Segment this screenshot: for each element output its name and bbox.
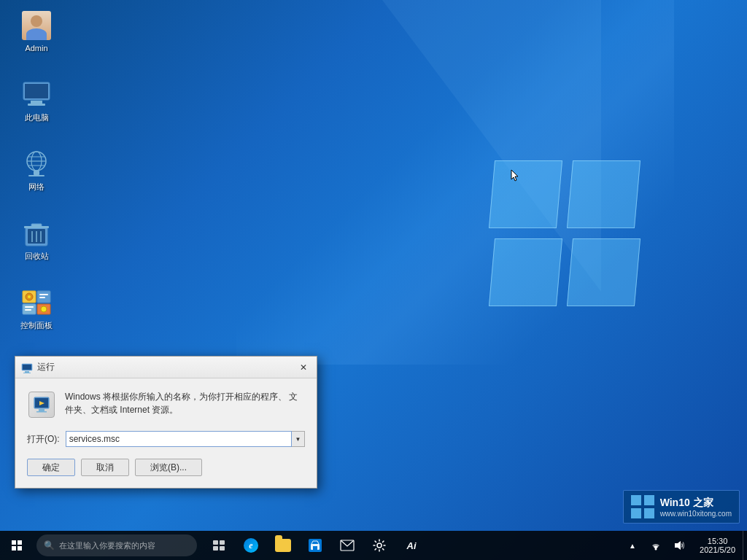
run-dialog-icon xyxy=(21,362,33,373)
start-icon-pane-tr xyxy=(18,540,22,545)
edge-icon: e xyxy=(244,538,258,553)
show-desktop-button[interactable] xyxy=(743,531,747,560)
taskbar-search-icon: 🔍 xyxy=(44,540,55,551)
clock-date: 2021/5/20 xyxy=(700,545,735,554)
admin-label: Admin xyxy=(25,44,47,53)
system-tray-icons: ▲ xyxy=(619,531,692,560)
win10-logo xyxy=(631,495,654,518)
svg-rect-26 xyxy=(25,309,31,311)
dialog-input-row: 打开(O): ▼ xyxy=(27,431,305,447)
start-windows-icon xyxy=(12,540,22,551)
desktop-icon-this-pc[interactable]: 此电脑 xyxy=(11,77,62,125)
win10-text: Win10 之家 www.win10xitong.com xyxy=(660,497,732,518)
network-tray-icon[interactable] xyxy=(646,531,666,560)
run-ok-button[interactable]: 确定 xyxy=(27,459,75,476)
this-pc-icon xyxy=(21,79,52,110)
clock-area[interactable]: 15:30 2021/5/20 xyxy=(692,531,743,560)
desktop-icon-network[interactable]: 网络 xyxy=(11,146,62,195)
network-icon xyxy=(21,149,52,179)
dialog-open-label: 打开(O): xyxy=(27,433,60,446)
svg-rect-35 xyxy=(39,409,44,411)
ai-label: Ai xyxy=(407,540,417,551)
logo-pane-bl xyxy=(489,238,562,306)
dialog-button-area: 确定 取消 浏览(B)... xyxy=(27,459,305,476)
task-view-button[interactable] xyxy=(203,531,235,560)
svg-rect-43 xyxy=(313,546,317,550)
svg-rect-39 xyxy=(220,540,225,545)
svg-rect-9 xyxy=(34,171,39,175)
win10-site-title: Win10 之家 xyxy=(660,497,732,510)
taskbar: 🔍 在这里输入你要搜索的内容 e xyxy=(0,531,747,560)
windows-logo xyxy=(492,160,638,306)
file-explorer-button[interactable] xyxy=(267,531,299,560)
svg-rect-10 xyxy=(28,175,44,176)
show-hidden-icons-button[interactable]: ▲ xyxy=(622,531,643,560)
svg-rect-31 xyxy=(25,371,29,373)
start-icon-pane-br xyxy=(18,546,22,551)
store-button[interactable] xyxy=(299,531,331,560)
clock-time: 15:30 xyxy=(708,537,728,545)
svg-rect-38 xyxy=(213,540,218,545)
svg-point-20 xyxy=(28,295,31,298)
desktop: Admin 此电脑 网络 xyxy=(0,0,747,560)
svg-rect-23 xyxy=(39,297,45,298)
svg-rect-41 xyxy=(220,546,225,551)
taskbar-search-bar[interactable]: 🔍 在这里输入你要搜索的内容 xyxy=(36,534,197,556)
dialog-titlebar: 运行 ✕ xyxy=(15,357,317,378)
logo-pane-tl xyxy=(489,160,562,228)
ai-button[interactable]: Ai xyxy=(395,531,427,560)
start-icon-pane-tl xyxy=(12,540,16,545)
taskbar-search-placeholder: 在这里输入你要搜索的内容 xyxy=(59,540,155,551)
store-icon xyxy=(309,539,322,552)
dialog-title: 运行 xyxy=(37,361,296,373)
desktop-icon-control-panel[interactable]: 控制面板 xyxy=(11,284,62,333)
admin-icon xyxy=(21,10,52,41)
svg-marker-47 xyxy=(675,541,681,550)
svg-rect-22 xyxy=(39,294,48,295)
taskbar-tray: ▲ xyxy=(619,531,747,560)
desktop-icon-admin[interactable]: Admin xyxy=(11,7,62,56)
mail-button[interactable] xyxy=(331,531,363,560)
recycle-icon xyxy=(21,218,52,249)
run-dialog: 运行 ✕ Windows 将根据你所输入的名称，为你打开 xyxy=(15,356,317,489)
start-button[interactable] xyxy=(0,531,34,560)
dialog-info-area: Windows 将根据你所输入的名称，为你打开相应的程序、 文件夹、文档或 In… xyxy=(27,390,305,419)
svg-point-28 xyxy=(41,306,47,312)
control-panel-label: 控制面板 xyxy=(20,321,53,330)
svg-rect-1 xyxy=(25,84,48,98)
svg-rect-32 xyxy=(23,373,31,373)
win10-site-url: www.win10xitong.com xyxy=(660,510,732,518)
this-pc-label: 此电脑 xyxy=(25,113,49,122)
folder-icon xyxy=(275,539,291,552)
svg-rect-36 xyxy=(36,411,47,413)
network-label: 网络 xyxy=(28,182,44,192)
svg-point-45 xyxy=(377,543,382,548)
dialog-run-icon xyxy=(27,390,56,419)
win10-watermark: Win10 之家 www.win10xitong.com xyxy=(623,490,740,524)
dialog-body: Windows 将根据你所输入的名称，为你打开相应的程序、 文件夹、文档或 In… xyxy=(15,378,317,488)
svg-rect-3 xyxy=(28,104,45,106)
svg-rect-14 xyxy=(24,226,49,228)
taskbar-pinned-icons: e xyxy=(203,531,427,560)
logo-pane-tr xyxy=(567,160,640,228)
run-browse-button[interactable]: 浏览(B)... xyxy=(135,459,202,476)
dialog-close-button[interactable]: ✕ xyxy=(296,360,311,375)
logo-pane-br xyxy=(567,238,640,306)
desktop-icon-recycle[interactable]: 回收站 xyxy=(11,215,62,264)
run-input[interactable] xyxy=(66,431,292,447)
edge-browser-button[interactable]: e xyxy=(235,531,267,560)
control-panel-icon xyxy=(21,287,52,318)
run-dropdown-button[interactable]: ▼ xyxy=(292,431,305,447)
svg-rect-30 xyxy=(23,365,31,370)
svg-rect-40 xyxy=(213,546,218,551)
start-icon-pane-bl xyxy=(12,546,16,551)
svg-rect-2 xyxy=(31,101,42,104)
svg-point-46 xyxy=(655,548,657,551)
run-cancel-button[interactable]: 取消 xyxy=(81,459,129,476)
recycle-label: 回收站 xyxy=(25,252,49,261)
dialog-info-text: Windows 将根据你所输入的名称，为你打开相应的程序、 文件夹、文档或 In… xyxy=(65,390,305,416)
svg-rect-25 xyxy=(25,306,34,308)
volume-tray-icon[interactable] xyxy=(669,531,689,560)
settings-button[interactable] xyxy=(363,531,395,560)
